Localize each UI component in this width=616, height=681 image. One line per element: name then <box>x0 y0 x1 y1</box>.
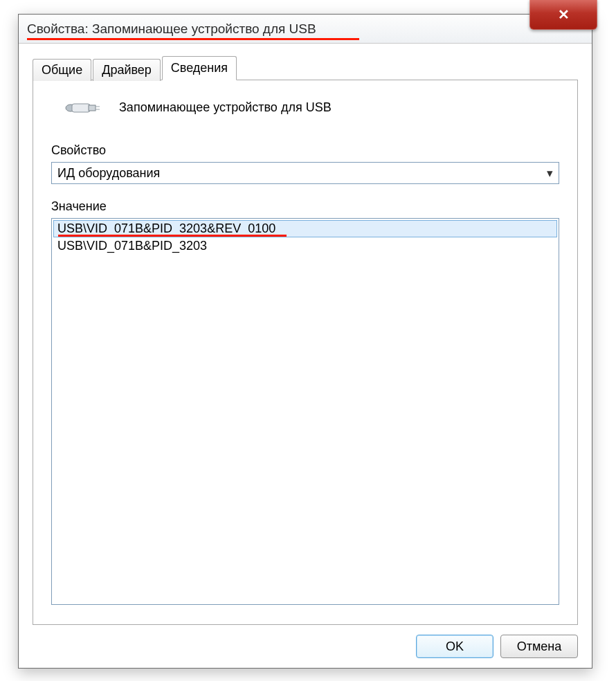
list-item[interactable]: USB\VID_071B&PID_3203&REV_0100 <box>53 220 557 237</box>
list-item-text: USB\VID_071B&PID_3203&REV_0100 <box>57 221 275 235</box>
titlebar[interactable]: Свойства: Запоминающее устройство для US… <box>19 15 592 44</box>
chevron-down-icon: ▾ <box>543 166 556 181</box>
device-name: Запоминающее устройство для USB <box>119 100 332 115</box>
dialog-footer: OK Отмена <box>33 625 578 658</box>
list-item-text: USB\VID_071B&PID_3203 <box>57 239 207 253</box>
tab-general[interactable]: Общие <box>33 59 91 81</box>
tab-strip: Общие Драйвер Сведения <box>33 56 578 80</box>
list-item[interactable]: USB\VID_071B&PID_3203 <box>53 237 557 255</box>
property-selected: ИД оборудования <box>57 166 543 181</box>
svg-rect-1 <box>72 104 90 112</box>
property-dropdown[interactable]: ИД оборудования ▾ <box>51 162 559 184</box>
close-icon: ✕ <box>558 6 570 23</box>
ok-button[interactable]: OK <box>416 635 493 658</box>
value-listbox[interactable]: USB\VID_071B&PID_3203&REV_0100 USB\VID_0… <box>51 218 559 605</box>
tab-driver[interactable]: Драйвер <box>93 59 161 81</box>
cancel-button[interactable]: Отмена <box>500 635 578 658</box>
window-title: Свойства: Запоминающее устройство для US… <box>27 21 316 37</box>
annotation-title-underline <box>27 38 359 40</box>
svg-rect-2 <box>89 105 96 111</box>
device-header: Запоминающее устройство для USB <box>51 96 559 120</box>
dialog-body: Общие Драйвер Сведения Запоминающее устр… <box>19 44 592 668</box>
tab-panel: Запоминающее устройство для USB Свойство… <box>33 80 578 625</box>
property-label: Свойство <box>51 143 559 158</box>
dialog-window: Свойства: Запоминающее устройство для US… <box>18 14 592 669</box>
value-label: Значение <box>51 199 559 214</box>
tab-details[interactable]: Сведения <box>162 56 237 80</box>
close-button[interactable]: ✕ <box>529 0 597 30</box>
usb-storage-icon <box>65 96 102 120</box>
